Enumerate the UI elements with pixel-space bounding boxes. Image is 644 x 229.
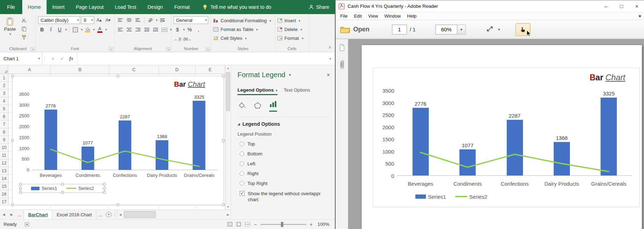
horizontal-scrollbar[interactable]: ◀ ▶ [117, 210, 231, 219]
cell-styles-button[interactable]: Cell Styles ▾ [213, 34, 273, 43]
formula-input[interactable] [77, 52, 326, 65]
zoom-out-button[interactable]: − [254, 222, 257, 227]
row-header-2[interactable]: 2 [0, 82, 8, 89]
insert-cells-dropdown[interactable]: ▾ [299, 19, 301, 23]
row-header-8[interactable]: 8 [0, 128, 8, 136]
selection-handle-sw[interactable] [11, 203, 14, 206]
pane-title-dropdown[interactable]: ▾ [289, 73, 291, 77]
legend-item-series2[interactable]: Series2 [66, 186, 94, 191]
legend-options-icon[interactable] [269, 101, 277, 112]
format-cells-dropdown[interactable]: ▾ [302, 37, 303, 40]
decrease-indent-button[interactable] [143, 26, 151, 33]
font-size-combo[interactable]: 9▾ [81, 16, 94, 24]
row-header-15[interactable]: 15 [0, 182, 8, 190]
reader-canvas[interactable]: Bar Chart 0500100015002000250030003500 2… [348, 39, 644, 229]
tab-text-options[interactable]: Text Options [284, 87, 310, 95]
excel-chart-object[interactable]: Bar Chart 0500100015002000250030003500 2… [12, 76, 224, 205]
hand-tool-button[interactable] [516, 23, 530, 36]
legend-item-series1[interactable]: Series1 [31, 186, 57, 191]
wrap-text-button[interactable] [159, 16, 167, 24]
align-middle-button[interactable] [125, 16, 133, 24]
selection-handle-se[interactable] [103, 191, 106, 194]
radio-button[interactable] [240, 181, 244, 186]
borders-dropdown[interactable]: ▾ [81, 28, 83, 31]
legend-position-option-top-right[interactable]: Top Right [240, 181, 330, 186]
decrease-font-button[interactable]: A▾ [104, 16, 112, 24]
format-as-table-button[interactable]: Format as Table ▾ [213, 25, 273, 34]
increase-decimal-button[interactable]: ←.0 [174, 35, 181, 43]
selection-handle-n[interactable] [61, 183, 64, 186]
conditional-formatting-button[interactable]: Conditional Formatting ▾ [213, 16, 273, 25]
radio-button[interactable] [240, 151, 244, 156]
clipboard-dialog-launcher[interactable]: ↘ [30, 47, 35, 51]
menu-edit[interactable]: Edit [351, 13, 365, 19]
view-normal-button[interactable] [227, 222, 233, 227]
row-header-14[interactable]: 14 [0, 175, 8, 182]
orientation-dropdown[interactable]: ▾ [156, 18, 158, 22]
column-header-D[interactable]: D [159, 65, 195, 74]
page-thumbnails-icon[interactable] [339, 44, 345, 52]
menu-file[interactable]: File [337, 13, 351, 19]
column-header-C[interactable]: C [109, 65, 159, 74]
format-as-table-dropdown[interactable]: ▾ [256, 28, 258, 31]
font-name-combo[interactable]: Calibri (Body)▾ [38, 16, 80, 24]
increase-indent-button[interactable] [152, 26, 160, 33]
document-close-x[interactable]: × [638, 13, 641, 19]
zoom-slider[interactable] [260, 224, 306, 225]
selection-handle-sw[interactable] [19, 191, 22, 194]
align-right-button[interactable] [134, 26, 142, 33]
tell-me-box[interactable]: Tell me what you want to do [203, 0, 271, 14]
column-header-A[interactable]: A [8, 65, 51, 74]
format-cells-button[interactable]: Format ▾ [277, 34, 307, 43]
font-dialog-launcher[interactable]: ↘ [109, 47, 113, 51]
row-header-13[interactable]: 13 [0, 167, 8, 175]
series2-line[interactable] [397, 91, 632, 175]
copy-button[interactable] [20, 25, 28, 32]
increase-font-button[interactable]: A▴ [95, 16, 103, 24]
menu-help[interactable]: Help [404, 13, 420, 19]
selection-handle-nw[interactable] [11, 75, 14, 78]
expand-formula-bar-button[interactable]: ▾ [326, 52, 335, 65]
menu-view[interactable]: View [365, 13, 381, 19]
merge-center-button[interactable] [161, 26, 168, 33]
insert-function-button[interactable]: fx [67, 56, 76, 61]
close-button[interactable]: × [633, 3, 640, 9]
percent-style-button[interactable]: % [186, 26, 194, 33]
row-header-3[interactable]: 3 [0, 89, 8, 97]
ribbon-tab-insert[interactable]: Insert [47, 0, 70, 14]
sheet-tab-excel-2016-chart[interactable]: Excel 2016 Chart [52, 210, 96, 219]
attachments-paperclip-icon[interactable] [339, 60, 345, 71]
delete-cells-dropdown[interactable]: ▾ [301, 28, 302, 31]
bold-button[interactable]: B [38, 26, 46, 33]
number-format-dropdown[interactable]: ▾ [205, 18, 207, 22]
fit-dropdown-button[interactable]: ▾ [498, 27, 500, 31]
horizontal-scroll-thumb[interactable] [124, 211, 156, 218]
share-button[interactable]: Share [309, 0, 329, 14]
zoom-percentage[interactable]: 100% [318, 222, 329, 227]
legend-options-section-header[interactable]: ◢ Legend Options [237, 121, 330, 127]
macro-record-icon[interactable] [25, 222, 29, 227]
row-header-10[interactable]: 10 [0, 144, 8, 151]
name-box[interactable]: Chart 1 ▾ [0, 52, 42, 65]
row-header-11[interactable]: 11 [0, 151, 8, 159]
selection-handle-e[interactable] [222, 139, 225, 142]
row-header-16[interactable]: 16 [0, 190, 8, 198]
zoom-slider-thumb[interactable] [281, 222, 283, 227]
sheet-scroll-right[interactable]: ▶ [8, 210, 16, 219]
radio-button[interactable] [240, 161, 244, 166]
number-dialog-launcher[interactable]: ↘ [205, 47, 210, 51]
font-size-dropdown[interactable]: ▾ [91, 18, 93, 22]
underline-dropdown[interactable]: ▾ [65, 28, 67, 31]
column-header-E[interactable]: E [195, 65, 225, 74]
row-header-12[interactable]: 12 [0, 159, 8, 167]
pane-close-button[interactable]: × [327, 72, 330, 78]
worksheet-grid[interactable]: ABCDE 1234567891011121314151617 Bar Char… [0, 65, 225, 210]
legend-item-series1[interactable]: Series1 [415, 194, 446, 200]
new-sheet-button[interactable]: + [104, 210, 113, 219]
series2-line[interactable] [32, 94, 218, 170]
accounting-format-button[interactable]: $ [174, 26, 181, 33]
menu-window[interactable]: Window [381, 13, 404, 19]
maximize-button[interactable]: □ [618, 3, 625, 9]
ribbon-tab-format[interactable]: Format [169, 0, 195, 14]
row-header-1[interactable]: 1 [0, 74, 8, 82]
